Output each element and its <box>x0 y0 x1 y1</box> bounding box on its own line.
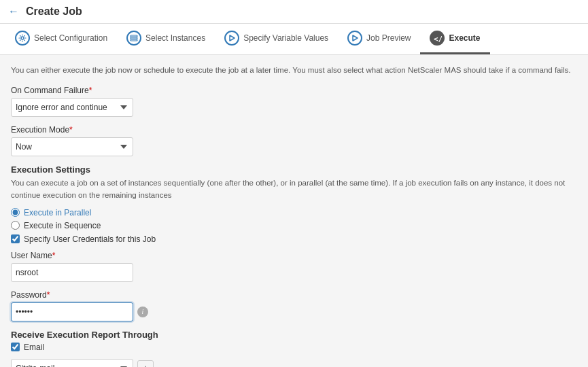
specify-credentials-checkbox[interactable] <box>11 234 20 243</box>
execution-settings-desc: You can execute a job on a set of instan… <box>11 177 577 201</box>
page-title: Create Job <box>26 5 82 18</box>
tab-select-instances-label: Select Instances <box>145 33 205 43</box>
back-arrow-icon[interactable]: ← <box>8 5 19 18</box>
specify-credentials-checkbox-group[interactable]: Specify User Credentials for this Job <box>11 234 577 244</box>
select-instances-icon <box>126 31 141 46</box>
password-label: Password* <box>11 290 577 300</box>
email-select[interactable]: Citrite-mail Other <box>11 359 133 367</box>
tab-execute[interactable]: </> Execute <box>420 24 489 54</box>
execute-sequence-label: Execute in Sequence <box>24 221 101 230</box>
tab-specify-variable-label: Specify Variable Values <box>243 33 328 43</box>
execute-parallel-label: Execute in Parallel <box>24 208 91 217</box>
job-preview-icon <box>347 31 362 46</box>
password-group: Password* i <box>11 290 577 321</box>
password-info-icon[interactable]: i <box>137 307 148 317</box>
on-command-failure-group: On Command Failure* Ignore error and con… <box>11 86 577 117</box>
execution-settings-title: Execution Settings <box>11 164 577 175</box>
tab-select-configuration-label: Select Configuration <box>34 33 107 43</box>
radio-execute-sequence[interactable]: Execute in Sequence <box>11 221 577 230</box>
specify-variable-icon <box>224 31 239 46</box>
main-content: You can either execute the job now or sc… <box>0 55 588 367</box>
svg-rect-3 <box>131 39 137 41</box>
tab-select-instances[interactable]: Select Instances <box>117 24 215 54</box>
password-input[interactable] <box>11 302 133 321</box>
username-input[interactable] <box>11 263 133 282</box>
report-section-title: Receive Execution Report Through <box>11 330 577 340</box>
email-checkbox[interactable] <box>11 343 20 351</box>
tab-job-preview[interactable]: Job Preview <box>338 24 420 54</box>
on-command-failure-select[interactable]: Ignore error and continue Stop on error <box>11 98 133 117</box>
email-label: Email <box>24 343 44 352</box>
tab-bar: Select Configuration Select Instances Sp… <box>0 24 588 55</box>
email-checkbox-group[interactable]: Email <box>11 343 577 352</box>
tab-execute-label: Execute <box>449 33 480 43</box>
email-select-row: Citrite-mail Other + <box>11 359 577 367</box>
execute-parallel-radio[interactable] <box>11 208 20 217</box>
execute-sequence-radio[interactable] <box>11 221 20 230</box>
info-text: You can either execute the job now or sc… <box>11 65 577 76</box>
svg-rect-1 <box>131 35 137 37</box>
tab-select-configuration[interactable]: Select Configuration <box>5 24 117 54</box>
report-section: Receive Execution Report Through Email C… <box>11 330 577 367</box>
execute-icon: </> <box>430 31 445 46</box>
execution-parallel-option: Execute in Parallel Execute in Sequence <box>11 208 577 230</box>
execution-settings-section: Execution Settings You can execute a job… <box>11 164 577 321</box>
tab-specify-variable-values[interactable]: Specify Variable Values <box>215 24 338 54</box>
radio-execute-parallel[interactable]: Execute in Parallel <box>11 208 577 217</box>
page-header: ← Create Job <box>0 0 588 24</box>
svg-marker-5 <box>353 35 358 41</box>
execution-mode-select[interactable]: Now Schedule <box>11 137 133 156</box>
password-input-row: i <box>11 302 577 321</box>
add-email-button[interactable]: + <box>137 360 154 367</box>
svg-marker-4 <box>230 35 235 41</box>
svg-rect-2 <box>131 37 137 39</box>
tab-job-preview-label: Job Preview <box>366 33 411 43</box>
on-command-failure-label: On Command Failure* <box>11 86 577 95</box>
execution-mode-label: Execution Mode* <box>11 125 577 135</box>
svg-point-0 <box>21 37 24 39</box>
select-configuration-icon <box>15 31 30 46</box>
specify-credentials-label: Specify User Credentials for this Job <box>24 234 156 244</box>
username-group: User Name* <box>11 251 577 282</box>
execution-mode-group: Execution Mode* Now Schedule <box>11 125 577 156</box>
username-label: User Name* <box>11 251 577 260</box>
svg-text:</>: </> <box>434 35 442 43</box>
